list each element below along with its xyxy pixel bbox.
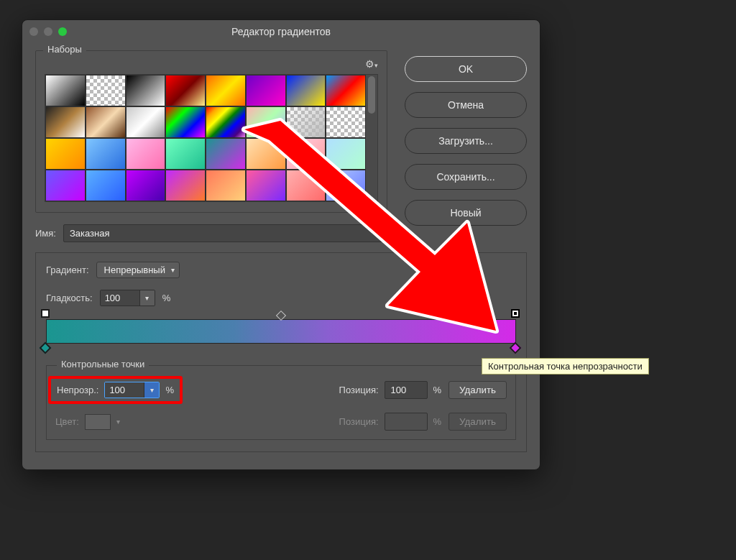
preset-swatch[interactable]: [45, 106, 86, 138]
preset-swatch[interactable]: [246, 106, 286, 138]
preset-swatch[interactable]: [286, 138, 326, 170]
gradient-type-value: Непрерывный: [104, 265, 165, 275]
zoom-window-button[interactable]: [58, 27, 67, 36]
window-controls: [29, 27, 67, 36]
preset-swatch[interactable]: [206, 170, 246, 201]
preset-swatch[interactable]: [165, 170, 206, 201]
preset-swatch[interactable]: [286, 75, 326, 106]
color-position-input: [385, 413, 428, 431]
preset-swatch[interactable]: [206, 138, 246, 170]
save-button[interactable]: Сохранить...: [405, 164, 527, 190]
chevron-down-icon: ▾: [116, 418, 120, 426]
name-input[interactable]: [63, 224, 387, 242]
opacity-stop-right[interactable]: [511, 309, 521, 319]
percent-label: %: [165, 385, 174, 395]
presets-box: [45, 74, 378, 202]
preset-swatch[interactable]: [246, 75, 286, 106]
preset-swatch[interactable]: [126, 170, 166, 201]
chevron-down-icon[interactable]: ▾: [144, 382, 159, 398]
smoothness-input[interactable]: ▾: [100, 290, 155, 306]
preset-swatch[interactable]: [86, 170, 126, 201]
opacity-position-input[interactable]: [385, 381, 428, 399]
color-position-label: Позиция:: [339, 416, 379, 427]
preset-swatch[interactable]: [326, 138, 366, 170]
preset-swatch[interactable]: [126, 106, 166, 138]
chevron-down-icon: ▾: [171, 266, 175, 274]
presets-group: Наборы ⚙▾: [35, 50, 387, 213]
delete-opacity-stop-button[interactable]: Удалить: [448, 381, 507, 399]
stops-legend: Контрольные точки: [57, 359, 149, 369]
color-label: Цвет:: [55, 416, 79, 427]
preset-swatch[interactable]: [206, 75, 246, 106]
presets-legend: Наборы: [43, 44, 86, 55]
gradient-editor-dialog: Редактор градиентов Наборы ⚙▾: [22, 19, 540, 470]
close-window-button[interactable]: [29, 27, 38, 36]
dialog-buttons: OK Отмена Загрузить... Сохранить... Новы…: [405, 50, 527, 242]
stops-group: Контрольные точки Непрозр.: ▾ % Позиция:…: [46, 365, 516, 440]
preset-swatch[interactable]: [126, 138, 166, 170]
percent-label: %: [433, 416, 442, 427]
preset-swatch[interactable]: [86, 75, 126, 106]
name-row: Имя:: [35, 224, 387, 242]
preset-swatch[interactable]: [45, 138, 86, 170]
preset-swatch[interactable]: [286, 106, 326, 138]
smoothness-row: Гладкость: ▾ %: [46, 290, 516, 306]
preset-swatch[interactable]: [326, 170, 366, 201]
opacity-stop-left[interactable]: [41, 309, 51, 319]
gradient-section: Градиент: Непрерывный ▾ Гладкость: ▾ % К…: [35, 252, 527, 452]
name-label: Имя:: [35, 228, 56, 239]
opacity-value[interactable]: [105, 382, 144, 398]
preset-swatch[interactable]: [165, 138, 206, 170]
ok-button[interactable]: OK: [405, 56, 527, 82]
minimize-window-button[interactable]: [44, 27, 52, 36]
color-stop-right[interactable]: [511, 344, 521, 354]
chevron-down-icon[interactable]: ▾: [139, 290, 155, 306]
preset-swatch[interactable]: [126, 75, 166, 106]
preset-swatch[interactable]: [246, 138, 286, 170]
preset-swatch[interactable]: [326, 75, 366, 106]
presets-scrollbar[interactable]: [366, 75, 377, 201]
scrollbar-thumb[interactable]: [368, 76, 375, 114]
preset-swatch[interactable]: [45, 75, 86, 106]
opacity-position-label: Позиция:: [339, 385, 379, 395]
preset-swatch[interactable]: [206, 106, 246, 138]
new-button[interactable]: Новый: [405, 200, 527, 226]
gradient-bar-wrap: [46, 319, 516, 344]
preset-swatch[interactable]: [246, 170, 286, 201]
tooltip: Контрольная точка непрозрачности: [482, 358, 649, 375]
smoothness-label: Гладкость:: [46, 293, 93, 303]
color-swatch: [85, 414, 111, 430]
preset-grid[interactable]: [45, 75, 366, 201]
opacity-highlight: Непрозр.: ▾ %: [48, 376, 183, 404]
gradient-type-select[interactable]: Непрерывный ▾: [96, 262, 180, 278]
gradient-type-row: Градиент: Непрерывный ▾: [46, 262, 516, 278]
preset-swatch[interactable]: [165, 75, 206, 106]
preset-swatch[interactable]: [86, 106, 126, 138]
titlebar[interactable]: Редактор градиентов: [22, 20, 540, 43]
percent-label: %: [433, 385, 442, 395]
smoothness-value[interactable]: [101, 290, 139, 306]
gradient-bar[interactable]: [46, 319, 516, 344]
opacity-label: Непрозр.:: [57, 385, 98, 395]
percent-label: %: [162, 293, 171, 303]
opacity-stop-row: Непрозр.: ▾ % Позиция: % Удалить: [55, 376, 507, 404]
cancel-button[interactable]: Отмена: [405, 92, 527, 118]
opacity-input[interactable]: ▾: [104, 382, 160, 398]
gradient-type-label: Градиент:: [46, 265, 89, 275]
color-stop-row: Цвет: ▾ Позиция: % Удалить: [55, 413, 507, 431]
load-button[interactable]: Загрузить...: [405, 128, 527, 154]
preset-swatch[interactable]: [326, 106, 366, 138]
window-title: Редактор градиентов: [22, 26, 540, 37]
preset-swatch[interactable]: [86, 138, 126, 170]
preset-swatch[interactable]: [165, 106, 206, 138]
presets-menu-icon[interactable]: ⚙▾: [365, 58, 378, 70]
preset-swatch[interactable]: [45, 170, 86, 201]
color-stop-left[interactable]: [41, 344, 51, 354]
preset-swatch[interactable]: [286, 170, 326, 201]
delete-color-stop-button: Удалить: [448, 413, 507, 431]
